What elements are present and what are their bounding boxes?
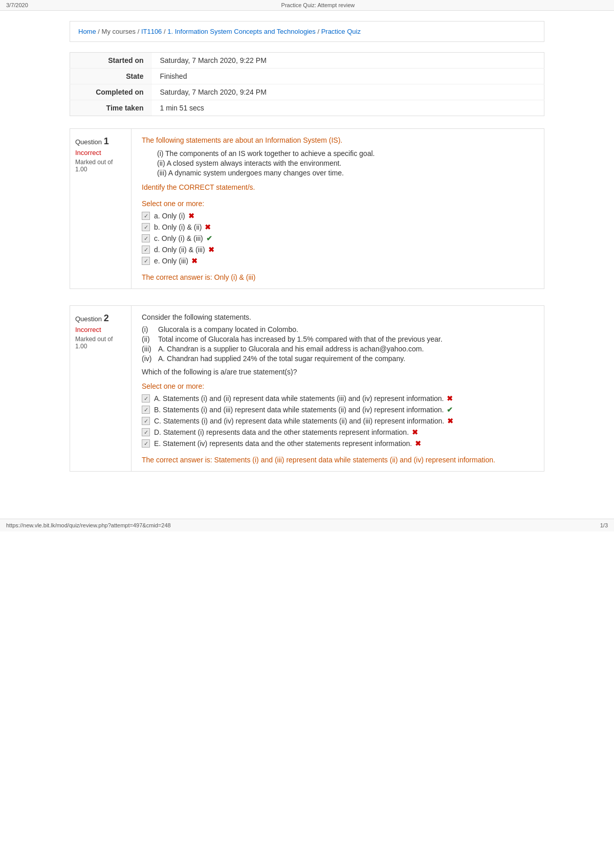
question-2-content: Consider the following statements. (i) G… xyxy=(131,306,544,471)
summary-state-row: State Finished xyxy=(70,69,544,84)
completed-on-label: Completed on xyxy=(70,84,152,100)
time-taken-label: Time taken xyxy=(70,100,152,116)
q2-option-a-mark: ✖ xyxy=(447,394,453,403)
question-2-select-label: Select one or more: xyxy=(142,382,534,390)
page-wrapper: Home / My courses / IT1106 / 1. Informat… xyxy=(61,11,553,498)
q2-option-a-checkbox: ✓ xyxy=(142,394,150,403)
started-on-value: Saturday, 7 March 2020, 9:22 PM xyxy=(152,53,544,69)
state-value: Finished xyxy=(152,69,544,84)
breadcrumb-quiz[interactable]: Practice Quiz xyxy=(321,28,361,35)
question-1-content: The following statements are about an In… xyxy=(131,129,544,288)
q2-option-e: ✓ E. Statement (iv) represents data and … xyxy=(142,439,534,448)
question-1-status: Incorrect xyxy=(75,149,126,157)
q2-option-d: ✓ D. Statement (i) represents data and t… xyxy=(142,428,534,436)
q1-option-e-checkbox: ✓ xyxy=(142,257,150,265)
q1-option-d-label: d. Only (ii) & (iii) xyxy=(154,246,205,254)
browser-bar: 3/7/2020 Practice Quiz: Attempt review xyxy=(0,0,614,11)
q1-option-b: ✓ b. Only (i) & (ii) ✖ xyxy=(142,223,534,231)
q1-option-a-label: a. Only (i) xyxy=(154,212,185,220)
q2-stmt-3: (iii) A. Chandran is a supplier to Gluco… xyxy=(142,345,534,353)
q2-stmt-1: (i) Glucorala is a company located in Co… xyxy=(142,325,534,333)
q1-option-a: ✓ a. Only (i) ✖ xyxy=(142,212,534,220)
q2-option-c-mark: ✖ xyxy=(447,417,453,425)
q2-option-c-checkbox: ✓ xyxy=(142,417,150,425)
question-2-status: Incorrect xyxy=(75,326,126,333)
q2-option-e-label: E. Statement (iv) represents data and th… xyxy=(154,439,412,448)
footer-bar: https://new.vle.bit.lk/mod/quiz/review.p… xyxy=(0,519,614,531)
q1-option-c-mark: ✔ xyxy=(206,234,212,242)
time-taken-value: 1 min 51 secs xyxy=(152,100,544,116)
question-1-select-label: Select one or more: xyxy=(142,199,534,208)
q1-option-c-checkbox: ✓ xyxy=(142,234,150,242)
question-1-text: The following statements are about an In… xyxy=(142,136,534,144)
breadcrumb-home[interactable]: Home xyxy=(78,28,96,35)
q1-option-c-label: c. Only (i) & (iii) xyxy=(154,234,203,242)
q1-option-b-checkbox: ✓ xyxy=(142,223,150,231)
q2-option-b-label: B. Statements (i) and (iii) represent da… xyxy=(154,406,444,414)
q2-option-c-label: C. Statements (i) and (iv) represent dat… xyxy=(154,417,444,425)
q2-option-e-checkbox: ✓ xyxy=(142,439,150,448)
q2-option-c: ✓ C. Statements (i) and (iv) represent d… xyxy=(142,417,534,425)
q2-stmt-4: (iv) A. Chandran had supplied 24% of the… xyxy=(142,354,534,363)
q1-option-d: ✓ d. Only (ii) & (iii) ✖ xyxy=(142,246,534,254)
summary-table: Started on Saturday, 7 March 2020, 9:22 … xyxy=(70,52,544,116)
summary-started-row: Started on Saturday, 7 March 2020, 9:22 … xyxy=(70,53,544,69)
q1-option-e-mark: ✖ xyxy=(191,257,198,265)
question-2-correct-answer: The correct answer is: Statements (i) an… xyxy=(142,456,534,464)
breadcrumb-sep4: / xyxy=(317,28,321,35)
q2-option-b-checkbox: ✓ xyxy=(142,406,150,414)
question-2-sidebar: Question 2 Incorrect Marked out of 1.00 xyxy=(70,306,131,471)
q1-option-a-mark: ✖ xyxy=(188,212,194,220)
question-2-title: Consider the following statements. xyxy=(142,313,534,321)
q2-option-b: ✓ B. Statements (i) and (iii) represent … xyxy=(142,406,534,414)
breadcrumb-sep2: / xyxy=(138,28,141,35)
question-2-statements: (i) Glucorala is a company located in Co… xyxy=(142,325,534,363)
footer-page: 1/3 xyxy=(600,522,608,528)
breadcrumb-course[interactable]: 1. Information System Concepts and Techn… xyxy=(167,28,316,35)
browser-date: 3/7/2020 xyxy=(6,2,28,8)
q1-option-e-label: e. Only (iii) xyxy=(154,257,188,265)
started-on-label: Started on xyxy=(70,53,152,69)
breadcrumb: Home / My courses / IT1106 / 1. Informat… xyxy=(70,21,544,42)
summary-completed-row: Completed on Saturday, 7 March 2020, 9:2… xyxy=(70,84,544,100)
question-1-number: Question 1 xyxy=(75,136,126,147)
question-1-sidebar: Question 1 Incorrect Marked out of 1.00 xyxy=(70,129,131,288)
q1-option-b-label: b. Only (i) & (ii) xyxy=(154,223,202,231)
question-1-statements: (i) The components of an IS work togethe… xyxy=(157,149,534,177)
q1-statement-3: (iii) A dynamic system undergoes many ch… xyxy=(157,169,534,177)
breadcrumb-it1106[interactable]: IT1106 xyxy=(141,28,162,35)
summary-time-row: Time taken 1 min 51 secs xyxy=(70,100,544,116)
footer-url: https://new.vle.bit.lk/mod/quiz/review.p… xyxy=(6,522,171,528)
question-2-which: Which of the following is a/are true sta… xyxy=(142,368,534,376)
q2-option-a-label: A. Statements (i) and (ii) represent dat… xyxy=(154,394,444,403)
q1-option-c: ✓ c. Only (i) & (iii) ✔ xyxy=(142,234,534,242)
q2-option-b-mark: ✔ xyxy=(447,406,453,414)
q1-statement-2: (ii) A closed system always interacts wi… xyxy=(157,159,534,167)
breadcrumb-mycourses: My courses xyxy=(102,28,136,35)
q1-option-a-checkbox: ✓ xyxy=(142,212,150,220)
question-1-marks: Marked out of 1.00 xyxy=(75,159,126,173)
q2-option-d-checkbox: ✓ xyxy=(142,428,150,436)
state-label: State xyxy=(70,69,152,84)
q1-statement-1: (i) The components of an IS work togethe… xyxy=(157,149,534,158)
q2-option-e-mark: ✖ xyxy=(415,439,421,448)
question-1-correct-answer: The correct answer is: Only (i) & (iii) xyxy=(142,273,534,281)
q2-stmt-2: (ii) Total income of Glucorala has incre… xyxy=(142,335,534,343)
question-1-block: Question 1 Incorrect Marked out of 1.00 … xyxy=(70,128,544,289)
question-2-block: Question 2 Incorrect Marked out of 1.00 … xyxy=(70,305,544,472)
question-1-identify: Identify the CORRECT statement/s. xyxy=(142,183,534,191)
browser-title: Practice Quiz: Attempt review xyxy=(281,2,355,8)
q1-option-d-mark: ✖ xyxy=(208,246,214,254)
q1-option-e: ✓ e. Only (iii) ✖ xyxy=(142,257,534,265)
question-2-marks: Marked out of 1.00 xyxy=(75,336,126,350)
q2-option-d-label: D. Statement (i) represents data and the… xyxy=(154,428,409,436)
q2-option-d-mark: ✖ xyxy=(412,428,418,436)
q1-option-b-mark: ✖ xyxy=(205,223,211,231)
breadcrumb-sep1: / xyxy=(98,28,101,35)
question-2-number: Question 2 xyxy=(75,313,126,324)
q1-option-d-checkbox: ✓ xyxy=(142,246,150,254)
q2-option-a: ✓ A. Statements (i) and (ii) represent d… xyxy=(142,394,534,403)
completed-on-value: Saturday, 7 March 2020, 9:24 PM xyxy=(152,84,544,100)
